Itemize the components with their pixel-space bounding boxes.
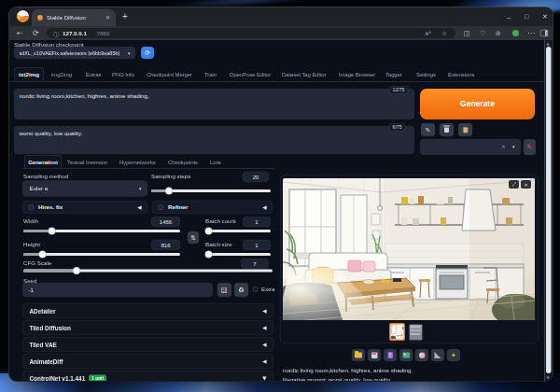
subtab-lora[interactable]: Lora [210,159,221,165]
sampling-method-dropdown[interactable]: Euler a ▾ [22,181,147,197]
random-seed-button[interactable]: ⚄ [217,283,231,297]
save-zip-button[interactable] [384,349,397,361]
page-scrollbar[interactable]: ▲ ▼ [545,40,553,381]
edit-styles-button[interactable]: ✎ [524,139,536,155]
seed-extra-checkbox[interactable] [253,287,259,292]
subtab-checkpoints[interactable]: Checkpoints [168,159,198,165]
sidebar-toggle-icon[interactable] [540,30,548,36]
accordion-tiled-vae[interactable]: Tiled VAE◀ [22,337,273,352]
scrollbar-down-icon[interactable]: ▼ [547,376,550,381]
profile-avatar[interactable] [17,10,29,22]
tab-image-browser[interactable]: Image Browser [339,71,375,77]
new-tab-button[interactable]: + [122,11,128,22]
tab-close-icon[interactable]: ✕ [105,14,110,21]
height-slider[interactable] [23,253,180,256]
scrollbar-thumb[interactable] [546,47,552,373]
width-slider[interactable] [23,230,180,232]
tab-dataset-tag-editor[interactable]: Dataset Tag Editor [282,71,326,77]
sampling-steps-input[interactable]: 20 [243,172,269,182]
accordion-tiled-diffusion[interactable]: Tiled Diffusion◀ [22,320,273,335]
checkpoint-refresh-button[interactable]: ⟳ [141,47,154,59]
url-host: 127.0.0.1 [63,30,87,36]
browser-tab[interactable]: Stable Diffusion ✕ [32,9,116,26]
back-icon[interactable]: ← [17,30,23,37]
swap-dimensions-button[interactable]: ⇅ [188,231,199,244]
tab-checkpoint-merger[interactable]: Checkpoint Merger [147,71,192,77]
tab-txt2img[interactable]: txt2img [14,67,44,82]
split-screen-icon[interactable]: ◫ [464,30,470,36]
width-input[interactable]: 1456 [151,217,180,227]
essentials-icon[interactable]: ♡ [480,30,485,36]
tab-png-info[interactable]: PNG Info [112,71,134,77]
cfg-scale-slider[interactable] [23,270,273,273]
sampling-method-value: Euler a [30,186,49,192]
tab-settings[interactable]: Settings [416,71,436,77]
subtab-generation[interactable]: Generation [24,155,62,169]
extra-networks-button[interactable] [458,123,472,136]
paste-params-button[interactable]: ✎ [421,123,435,136]
batch-count-slider[interactable] [205,230,271,232]
gallery-thumbnail-2[interactable] [409,324,423,341]
tab-img2img[interactable]: img2img [51,71,72,77]
accordion-controlnet[interactable]: ControlNet v1.1.4411 unit▼ [22,371,273,381]
styles-dropdown[interactable]: ✕ ▾ [420,139,521,155]
styles-clear-icon[interactable]: ✕ [501,145,505,150]
tab-tagger[interactable]: Tagger [385,71,402,77]
tab-openpose-editor[interactable]: OpenPose Editor [230,71,271,77]
tab-extras[interactable]: Extras [86,71,101,77]
fullscreen-icon: ⤢ [512,182,516,188]
site-info-icon[interactable]: ⓘ [53,30,59,38]
batch-size-input[interactable]: 1 [243,240,271,250]
send-to-extras-button[interactable] [431,349,444,361]
window-minimize-button[interactable]: – [507,13,511,21]
batch-count-input[interactable]: 1 [243,217,271,227]
more-menu-icon[interactable]: ⋯ [527,29,535,36]
refiner-collapse-icon: ◀ [262,204,266,211]
zip-icon [387,352,393,358]
reuse-seed-button[interactable]: ♻ [234,283,248,297]
save-image-button[interactable] [368,349,381,361]
tab-extensions[interactable]: Extensions [448,71,474,77]
open-folder-button[interactable] [352,349,365,361]
subtab-textual-inversion[interactable]: Textual Inversion [67,159,107,165]
result-image[interactable]: ⤢ ✕ [283,178,535,320]
send-to-inpaint-button[interactable] [415,349,428,361]
refresh-icon[interactable]: ⟳ [33,30,39,37]
cfg-scale-input[interactable]: 7 [241,259,269,269]
palette-icon [419,352,426,358]
checkpoint-caret-icon: ▾ [128,50,131,56]
refiner-toggle[interactable]: Refiner◀ [152,201,273,214]
scrollbar-up-icon[interactable]: ▲ [547,41,550,46]
refiner-checkbox[interactable] [159,204,164,210]
address-bar[interactable]: ⓘ 127.0.0.1 :7860 Aᴬ ☆ [47,28,455,38]
grammar-extension-icon[interactable] [512,30,519,36]
image-fullscreen-button[interactable]: ⤢ [509,180,519,189]
close-icon: ✕ [524,182,527,188]
upscale-button[interactable]: ✦ [447,349,460,361]
hires-fix-checkbox[interactable] [29,204,35,210]
checkpoint-dropdown[interactable]: sdXL_v10VAEFix.safetensors [e6bb9ea85b] … [14,47,135,59]
sampling-steps-slider[interactable] [151,189,271,192]
seed-input[interactable]: -1 [22,283,213,297]
batch-size-slider[interactable] [205,253,271,256]
tab-train[interactable]: Train [204,71,217,77]
accordion-arrow-icon: ◀ [262,325,266,331]
read-aloud-icon[interactable]: Aᴬ [426,30,432,36]
accordion-arrow-icon: ◀ [262,358,266,365]
prompt-textarea[interactable]: nordic living room,kitchen, highres, ani… [14,89,414,119]
generate-button[interactable]: Generate [420,89,535,119]
hires-fix-toggle[interactable]: Hires. fix◀ [22,201,147,214]
window-maximize-button[interactable]: □ [525,13,528,20]
gallery-thumbnail-selected[interactable] [389,323,405,341]
window-close-button[interactable]: ✕ [542,13,548,20]
accordion-animatediff[interactable]: AnimateDiff◀ [22,354,273,369]
blocker-extension-icon[interactable]: ⊘ [496,30,501,36]
favorite-icon[interactable]: ☆ [441,30,447,37]
send-to-img2img-button[interactable] [399,349,413,361]
negative-prompt-textarea[interactable]: worst quality, low quality, [14,126,414,154]
clear-prompt-button[interactable] [440,123,454,136]
accordion-adetailer[interactable]: ADetailer◀ [22,303,273,318]
image-close-button[interactable]: ✕ [521,180,531,189]
subtab-hypernetworks[interactable]: Hypernetworks [119,159,156,165]
height-input[interactable]: 816 [151,240,180,250]
